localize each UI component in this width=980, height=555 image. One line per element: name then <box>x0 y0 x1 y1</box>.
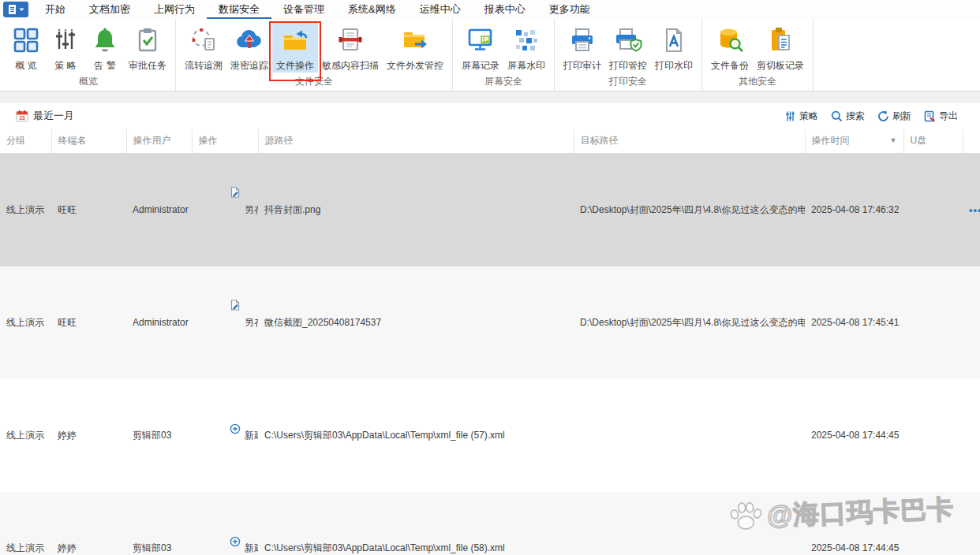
tab-report-center[interactable]: 报表中心 <box>473 0 537 19</box>
export-button[interactable]: 导出 <box>924 110 958 123</box>
column-header-terminal[interactable]: 终端名 <box>51 129 126 153</box>
time-filter-caret-icon[interactable]: ▼ <box>890 136 897 144</box>
new-file-icon <box>230 423 241 434</box>
cell-operation: 另存为 <box>192 266 258 379</box>
cell-operation: 新建 <box>192 379 258 492</box>
search-button[interactable]: 搜索 <box>831 110 865 123</box>
file-send-control-icon <box>387 24 443 56</box>
ribbon-item-approval-tasks[interactable]: 审批任务 <box>125 23 170 73</box>
column-header-extra <box>963 129 980 153</box>
column-header-usb[interactable]: U盘 <box>903 129 963 153</box>
column-header-time[interactable]: 操作时间▼ <box>805 129 903 153</box>
ribbon: 概 览 策 略 告 警 <box>0 19 980 91</box>
ribbon-group-other-security: 文件备份 剪切板记录 其他安全 <box>702 19 814 91</box>
table-row[interactable]: 线上演示 旺旺 Administrator 另存为 微信截图_202504081… <box>0 266 980 379</box>
svg-text:23: 23 <box>19 115 25 121</box>
cell-terminal: 旺旺 <box>51 266 126 379</box>
cell-time: 2025-04-08 17:46:32 <box>805 153 903 266</box>
print-control-icon <box>609 24 647 56</box>
ribbon-item-leak-tracking[interactable]: 泄密追踪 <box>226 23 272 73</box>
ribbon-item-print-control[interactable]: 打印管控 <box>605 23 651 73</box>
date-range-label: 最近一月 <box>33 109 74 123</box>
cell-terminal: 婷婷 <box>51 492 126 555</box>
column-header-user[interactable]: 操作用户 <box>126 129 192 153</box>
column-header-target-path[interactable]: 目标路径 <box>574 129 805 153</box>
approval-clipboard-icon <box>129 24 166 56</box>
ribbon-item-clipboard-log[interactable]: 剪切板记录 <box>753 23 808 73</box>
cell-usb <box>903 153 963 266</box>
ribbon-item-policy[interactable]: 策 略 <box>46 23 85 73</box>
operation-label: 新建 <box>245 542 258 555</box>
cell-time: 2025-04-08 17:44:45 <box>805 492 903 555</box>
tab-start[interactable]: 开始 <box>33 0 77 19</box>
calendar-icon: 23 <box>16 110 28 122</box>
cell-time: 2025-04-08 17:45:41 <box>805 266 903 379</box>
tab-more-features[interactable]: 更多功能 <box>537 0 602 19</box>
cell-row-menu <box>963 492 980 555</box>
app-menu-button[interactable] <box>3 2 28 17</box>
table-header: 分组 终端名 操作用户 操作 源路径 目标路径 操作时间▼ U盘 <box>0 129 980 153</box>
cell-target-path <box>574 492 805 555</box>
cell-usb <box>903 492 963 555</box>
operation-icon <box>198 401 241 470</box>
cell-target-path: D:\Desktop\封面\2025年\四月\4.8\你见过这么变态的电脑监..… <box>574 153 805 266</box>
table-row[interactable]: 线上演示 旺旺 Administrator 另存为 抖音封面.png D:\De… <box>0 153 980 266</box>
ribbon-group-label: 打印安全 <box>559 75 697 91</box>
column-header-source-path[interactable]: 源路径 <box>258 129 574 153</box>
cell-target-path: D:\Desktop\封面\2025年\四月\4.8\你见过这么变态的电脑监..… <box>574 266 805 379</box>
operation-label: 另存为 <box>245 203 258 217</box>
cell-target-path <box>574 379 805 492</box>
table-row[interactable]: 线上演示 婷婷 剪辑部03 新建 C:\Users\剪辑部03\AppData\… <box>0 379 980 492</box>
cell-user: 剪辑部03 <box>126 492 192 555</box>
document-icon <box>8 4 17 15</box>
chevron-down-icon <box>19 8 24 12</box>
ribbon-item-alerts[interactable]: 告 警 <box>85 23 125 73</box>
filter-bar: 23 最近一月 策略 搜索 刷新 导出 <box>0 102 980 129</box>
tab-web-behavior[interactable]: 上网行为 <box>142 0 207 19</box>
policy-button[interactable]: 策略 <box>784 110 818 123</box>
date-range-filter[interactable]: 23 最近一月 <box>16 109 74 123</box>
operation-label: 新建 <box>245 429 258 442</box>
ribbon-group-screen-security: 屏幕记录 屏幕水印 屏幕安全 <box>453 19 555 91</box>
ribbon-item-flow-trace[interactable]: 流转追溯 <box>181 23 226 73</box>
search-icon <box>831 110 843 122</box>
ribbon-item-file-send-control[interactable]: 文件外发管控 <box>383 23 447 73</box>
ribbon-item-overview[interactable]: 概 览 <box>6 23 46 73</box>
print-watermark-icon <box>655 24 693 56</box>
table-row[interactable]: 线上演示 婷婷 剪辑部03 新建 C:\Users\剪辑部03\AppData\… <box>0 492 980 555</box>
ribbon-group-overview: 概 览 策 略 告 警 <box>2 19 176 91</box>
operation-icon <box>198 176 241 244</box>
operation-label: 另存为 <box>245 316 258 330</box>
print-audit-icon <box>563 24 601 56</box>
ribbon-item-file-operations[interactable]: 文件操作 <box>272 23 318 73</box>
tab-ops-center[interactable]: 运维中心 <box>408 0 473 19</box>
operation-icon <box>198 514 241 555</box>
save-as-icon <box>230 187 241 198</box>
content-scan-icon <box>322 24 379 56</box>
policy-sliders-icon <box>50 24 81 56</box>
column-header-operation[interactable]: 操作 <box>192 129 258 153</box>
cell-source-path: 微信截图_20250408174537 <box>258 266 574 379</box>
ribbon-item-screen-watermark[interactable]: 屏幕水印 <box>503 23 549 73</box>
column-header-group[interactable]: 分组 <box>0 129 51 153</box>
ribbon-group-print-security: 打印审计 打印管控 打印水印 打印安全 <box>555 19 702 91</box>
ribbon-group-file-security: 流转追溯 泄密追踪 文件操作 <box>176 19 453 91</box>
cell-usb <box>903 379 963 492</box>
row-more-icon[interactable]: ••• <box>969 204 980 216</box>
trace-cycle-icon <box>185 24 223 56</box>
data-security-console: 开始 文档加密 上网行为 数据安全 设备管理 系统&网络 运维中心 报表中心 更… <box>0 0 980 555</box>
tab-doc-encryption[interactable]: 文档加密 <box>77 0 142 19</box>
cell-row-menu <box>963 266 980 379</box>
ribbon-item-print-audit[interactable]: 打印审计 <box>559 23 605 73</box>
tab-data-security[interactable]: 数据安全 <box>207 0 271 19</box>
file-backup-icon <box>711 24 749 56</box>
refresh-button[interactable]: 刷新 <box>877 110 911 123</box>
ribbon-item-file-backup[interactable]: 文件备份 <box>707 23 753 73</box>
ribbon-item-screen-record[interactable]: 屏幕记录 <box>458 23 503 73</box>
ribbon-item-sensitive-content-scan[interactable]: 敏感内容扫描 <box>318 23 383 73</box>
tab-system-network[interactable]: 系统&网络 <box>336 0 408 19</box>
file-ops-folder-icon <box>276 24 314 56</box>
cell-group: 线上演示 <box>0 379 51 492</box>
tab-device-management[interactable]: 设备管理 <box>271 0 336 19</box>
ribbon-item-print-watermark[interactable]: 打印水印 <box>651 23 697 73</box>
